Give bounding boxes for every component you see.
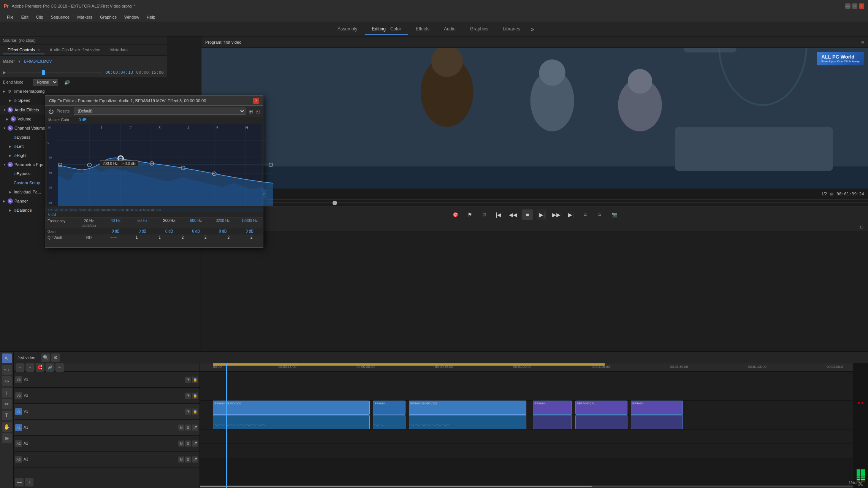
timeline-scrollbar[interactable] [200, 485, 853, 488]
v2-lock-btn[interactable]: 🔒 [192, 393, 198, 399]
playhead[interactable] [226, 363, 227, 488]
v3-lock-btn[interactable]: 🔒 [192, 377, 198, 383]
zoom-tool-button[interactable]: ⊕ [2, 433, 12, 443]
menu-window[interactable]: Window [121, 14, 142, 20]
eq-power-button[interactable]: ⏻ [48, 108, 54, 114]
a2-s-btn[interactable]: S [185, 440, 191, 447]
audio-effects-expand[interactable]: ▼ [3, 108, 8, 112]
a2-m-btn[interactable]: M [178, 440, 184, 447]
a1-clip-2[interactable] [373, 415, 405, 429]
linked-select-btn[interactable]: 🔗 [46, 363, 54, 372]
tl-settings-btn[interactable]: ⚙ [51, 353, 60, 362]
v1-clip-6[interactable]: BF9A64.. [631, 401, 683, 415]
eq-icon-2[interactable]: ⊡ [255, 108, 260, 114]
v1-lock-btn[interactable]: 🔒 [192, 409, 198, 415]
master-arrow[interactable]: ▼ [18, 60, 21, 63]
add-marker-button[interactable]: 🎯 [450, 209, 461, 220]
play-button[interactable]: ▶| [537, 209, 547, 220]
tab-effects[interactable]: Effects [409, 24, 436, 35]
tab-assembly[interactable]: Assembly [331, 24, 364, 35]
scrollbar-thumb[interactable] [200, 486, 592, 487]
eq-preset-dropdown[interactable]: (Default) [74, 108, 246, 115]
v1-clip-3[interactable]: BF9A6419.MOV [V] [409, 401, 526, 415]
a1-s-btn[interactable]: S [185, 425, 191, 431]
tab-audio-clip-mixer[interactable]: Audio Clip Mixer: first video [45, 46, 105, 54]
maximize-button[interactable]: □ [852, 3, 857, 9]
timeline-ruler[interactable]: 00:00 00:00:15:00 00:00:30:00 00:00:45:0… [200, 363, 853, 372]
a2-mic-btn[interactable]: 🎤 [192, 440, 198, 447]
program-menu-icon[interactable]: ≡ [861, 39, 864, 45]
window-controls[interactable]: — □ × [845, 3, 864, 9]
v1-clip-1[interactable]: BF9A6419.MOV [V] [213, 401, 369, 415]
step-back-button[interactable]: |◀ [493, 209, 504, 220]
a1-clip-1[interactable] [213, 415, 369, 429]
v1-toggle-btn[interactable]: V1 [15, 408, 22, 415]
v1-clip-2[interactable]: BF9A64... [373, 401, 405, 415]
eq-icon-1[interactable]: ⊞ [249, 108, 253, 114]
tab-audio[interactable]: Audio [437, 24, 463, 35]
clip-play-icon[interactable]: ▶ [3, 70, 6, 74]
peq-expand[interactable]: ▼ [3, 163, 8, 166]
eq-canvas[interactable]: 20 0 -20 -40 -60 -80 [47, 124, 261, 206]
a1-track[interactable] [200, 415, 853, 429]
rewind-button[interactable]: ◀◀ [508, 209, 518, 220]
right-expand[interactable]: ▶ [9, 154, 14, 157]
fast-forward-button[interactable]: ▶▶ [551, 209, 562, 220]
v1-eye-btn[interactable]: 👁 [185, 409, 191, 415]
pen-tool-button[interactable]: ✏ [2, 399, 12, 409]
v1-clip-5[interactable]: BF9A6425.N... [575, 401, 627, 415]
stop-button[interactable]: ■ [522, 209, 533, 220]
a1-toggle-btn[interactable]: A1 [15, 424, 22, 431]
v1-clip-4[interactable]: BF9A64.. [533, 401, 572, 415]
type-tool-button[interactable]: T [2, 410, 12, 420]
tab-editing-color[interactable]: Editing Color [365, 24, 408, 35]
tab-effect-controls[interactable]: Effect Controls ≡ [3, 46, 44, 54]
menu-edit[interactable]: Edit [18, 14, 32, 20]
ind-params-expand[interactable]: ▶ [9, 190, 14, 194]
track-select-button[interactable]: ↖+ [2, 365, 12, 375]
go-to-out-button[interactable]: ⚐ [479, 209, 489, 220]
left-expand[interactable]: ▶ [9, 145, 14, 148]
menu-clip[interactable]: Clip [33, 14, 46, 20]
time-remapping-expand[interactable]: ▶ [3, 90, 8, 93]
minimize-button[interactable]: — [845, 3, 851, 9]
menu-graphics[interactable]: Graphics [97, 14, 120, 20]
v3-toggle-btn[interactable]: V3 [15, 376, 22, 383]
selection-tool-button[interactable]: ↖ [2, 353, 12, 363]
workspace-more-button[interactable]: » [528, 26, 537, 33]
a2-toggle-btn[interactable]: A2 [15, 440, 22, 447]
ripple-edit-button[interactable]: ⇔ [2, 376, 12, 386]
v1-track[interactable]: BF9A6419.MOV [V] BF9A64... BF9A6419.MOV … [200, 401, 853, 415]
overwrite-button[interactable]: ⊃ [594, 209, 605, 220]
a3-s-btn[interactable]: S [185, 456, 191, 463]
zoom-in-btn[interactable]: + [25, 478, 33, 486]
tab-graphics[interactable]: Graphics [463, 24, 495, 35]
go-to-in-button[interactable]: ⚑ [464, 209, 475, 220]
snap-btn[interactable]: 🧲 [36, 363, 44, 372]
a1-clip-5[interactable] [575, 415, 627, 429]
a3-toggle-btn[interactable]: A3 [15, 456, 22, 463]
add-track-btn[interactable]: + [26, 363, 34, 372]
v2-toggle-btn[interactable]: V2 [15, 392, 22, 399]
scrubber-thumb[interactable] [333, 201, 337, 205]
a3-track[interactable] [200, 444, 853, 458]
menu-file[interactable]: File [4, 14, 17, 20]
blend-mode-dropdown[interactable]: Normal [33, 79, 58, 86]
hand-tool-button[interactable]: ✋ [2, 422, 12, 432]
a1-clip-6[interactable] [631, 415, 683, 429]
program-scrubber[interactable] [201, 199, 868, 206]
speed-expand[interactable]: ▶ [9, 99, 14, 102]
clip-timeline-bar[interactable] [9, 72, 102, 73]
a1-mic-btn[interactable]: 🎤 [192, 425, 198, 431]
a1-m-btn[interactable]: M [178, 425, 184, 431]
razor-btn[interactable]: ✂ [55, 363, 64, 372]
volume-expand[interactable]: ▶ [6, 117, 11, 121]
balance-expand[interactable]: ▶ [9, 209, 14, 212]
eq-close-button[interactable]: × [253, 98, 259, 104]
tab-libraries[interactable]: Libraries [496, 24, 527, 35]
a2-track[interactable] [200, 429, 853, 444]
v3-eye-btn[interactable]: 👁 [185, 377, 191, 383]
a3-m-btn[interactable]: M [178, 456, 184, 463]
export-button[interactable]: 📷 [609, 209, 619, 220]
safe-margins-icon[interactable]: ⊟ [860, 225, 863, 230]
